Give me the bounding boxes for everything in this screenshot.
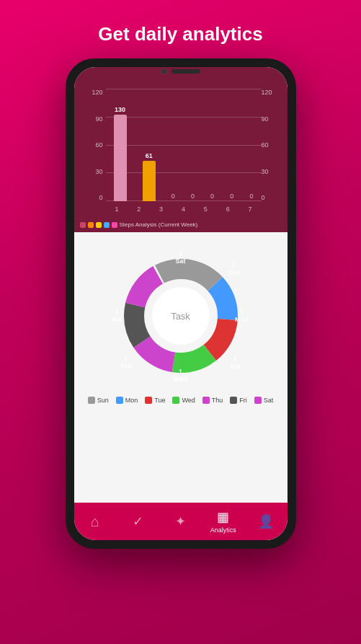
y-label-right-90: 90 <box>262 115 282 123</box>
y-label-right-120: 120 <box>262 89 282 96</box>
y-label-right-60: 60 <box>262 141 282 149</box>
nav-fan[interactable]: ✦ <box>159 513 202 529</box>
legend-mon: Mon <box>125 397 138 404</box>
label-thu: 1Thu <box>120 355 133 371</box>
legend-fri: Fri <box>239 397 247 404</box>
nav-check[interactable]: ✓ <box>117 513 159 529</box>
bar-4: 0 <box>191 193 195 201</box>
x-label-5: 5 <box>204 206 208 213</box>
label-sun: 1Sun <box>228 261 240 277</box>
bar-2: 61 <box>143 152 156 201</box>
label-wed: 1Wed <box>174 368 187 384</box>
bottom-nav: ⌂ ✓ ✦ ▦ Analytics 👤 <box>74 503 288 540</box>
label-fri: 1Fri <box>113 308 122 324</box>
legend-wed: Wed <box>182 397 195 404</box>
analytics-label: Analytics <box>210 526 236 534</box>
analytics-icon: ▦ <box>217 509 229 525</box>
y-label-right-0: 0 <box>262 194 282 201</box>
nav-analytics[interactable]: ▦ Analytics <box>202 509 244 534</box>
bar-3: 0 <box>171 193 175 201</box>
donut-legend: Sun Mon Tue Wed Thu <box>82 397 280 404</box>
y-label-0: 0 <box>80 194 106 201</box>
chart-legend-text: Steps Analysis (Current Week) <box>120 221 198 228</box>
phone-speaker <box>171 69 200 74</box>
y-label-60: 60 <box>80 141 106 149</box>
phone-camera <box>161 69 167 74</box>
label-mon: 1Mon <box>235 308 249 324</box>
home-icon: ⌂ <box>91 513 99 530</box>
bar-7: 0 <box>249 193 253 201</box>
y-label-90: 90 <box>80 115 106 123</box>
nav-home[interactable]: ⌂ <box>74 513 117 530</box>
legend-thu: Thu <box>212 397 223 404</box>
donut-section: 1Sat 1Sun 1Mon 1Tue 1Wed <box>74 232 288 503</box>
x-label-2: 2 <box>137 206 141 213</box>
bar-5: 0 <box>210 193 214 201</box>
y-label-30: 30 <box>80 168 106 175</box>
page-title: Get daily analytics <box>98 23 262 45</box>
chart-legend: Steps Analysis (Current Week) <box>80 221 282 228</box>
chart-section: 120 90 60 30 0 120 90 60 30 0 <box>74 67 288 232</box>
donut-center-label: Task <box>152 287 210 345</box>
phone-wrapper: 120 90 60 30 0 120 90 60 30 0 <box>66 58 296 549</box>
y-label-120: 120 <box>80 89 106 96</box>
bar-1: 130 <box>114 106 127 201</box>
bar-6: 0 <box>230 193 233 201</box>
legend-sun: Sun <box>97 397 109 404</box>
profile-icon: 👤 <box>258 513 274 529</box>
legend-sat: Sat <box>264 397 274 404</box>
label-sat: 1Sat <box>175 250 185 265</box>
y-label-right-30: 30 <box>262 168 282 175</box>
x-label-3: 3 <box>159 206 163 213</box>
legend-tue: Tue <box>154 397 165 404</box>
x-label-1: 1 <box>115 206 118 213</box>
x-label-7: 7 <box>248 206 251 213</box>
check-icon: ✓ <box>133 513 143 529</box>
label-tue: 1Tue <box>230 355 241 371</box>
nav-profile[interactable]: 👤 <box>244 513 287 529</box>
x-label-6: 6 <box>226 206 230 213</box>
x-label-4: 4 <box>182 206 185 213</box>
phone-screen: 120 90 60 30 0 120 90 60 30 0 <box>74 67 288 540</box>
fan-icon: ✦ <box>175 513 186 529</box>
